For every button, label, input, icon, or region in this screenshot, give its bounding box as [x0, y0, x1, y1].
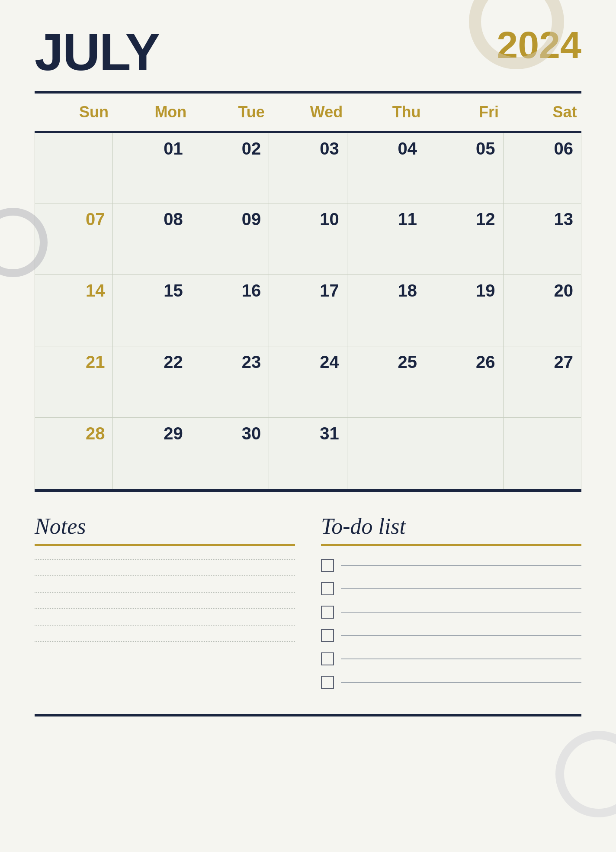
todo-item — [321, 629, 581, 642]
calendar-day — [425, 418, 503, 489]
calendar-day: 30 — [191, 418, 269, 489]
calendar-week-1: 010203040506 — [35, 132, 581, 203]
todo-line — [341, 682, 581, 683]
calendar-day: 24 — [269, 346, 347, 418]
calendar-day: 19 — [425, 275, 503, 346]
calendar-day: 16 — [191, 275, 269, 346]
todo-item — [321, 559, 581, 572]
notes-line — [35, 559, 295, 560]
todo-line — [341, 588, 581, 589]
todo-checkbox[interactable] — [321, 629, 334, 642]
calendar-day: 23 — [191, 346, 269, 418]
col-sun: Sun — [35, 94, 113, 132]
deco-circle-bottom-right — [555, 731, 616, 817]
todo-checkbox[interactable] — [321, 606, 334, 619]
calendar-day: 13 — [503, 203, 581, 275]
col-sat: Sat — [503, 94, 581, 132]
calendar-day: 22 — [113, 346, 191, 418]
todo-item — [321, 606, 581, 619]
calendar-day — [35, 132, 113, 203]
calendar-day: 06 — [503, 132, 581, 203]
notes-line — [35, 625, 295, 626]
calendar-day: 15 — [113, 275, 191, 346]
col-mon: Mon — [113, 94, 191, 132]
bottom-section: Notes To-do list — [35, 513, 581, 697]
calendar-day: 17 — [269, 275, 347, 346]
todo-line — [341, 612, 581, 613]
col-fri: Fri — [425, 94, 503, 132]
notes-line — [35, 641, 295, 642]
month-title: JULY — [35, 26, 159, 78]
calendar-day: 28 — [35, 418, 113, 489]
todo-checkbox[interactable] — [321, 559, 334, 572]
calendar-day: 14 — [35, 275, 113, 346]
calendar-week-3: 14151617181920 — [35, 275, 581, 346]
calendar-day: 08 — [113, 203, 191, 275]
calendar-day: 20 — [503, 275, 581, 346]
todo-item — [321, 676, 581, 689]
todo-line — [341, 565, 581, 566]
calendar-week-2: 07080910111213 — [35, 203, 581, 275]
todo-section: To-do list — [321, 513, 581, 697]
todo-items — [321, 559, 581, 697]
calendar-day: 29 — [113, 418, 191, 489]
notes-lines — [35, 559, 295, 658]
calendar-day: 04 — [347, 132, 425, 203]
calendar-day: 25 — [347, 346, 425, 418]
calendar-day: 05 — [425, 132, 503, 203]
notes-line — [35, 592, 295, 593]
col-thu: Thu — [347, 94, 425, 132]
calendar-week-4: 21222324252627 — [35, 346, 581, 418]
todo-line — [341, 635, 581, 636]
calendar-day — [347, 418, 425, 489]
todo-item — [321, 582, 581, 595]
calendar-day: 12 — [425, 203, 503, 275]
notes-line — [35, 575, 295, 576]
col-wed: Wed — [269, 94, 347, 132]
todo-checkbox[interactable] — [321, 676, 334, 689]
calendar-table: Sun Mon Tue Wed Thu Fri Sat 010203040506… — [35, 94, 581, 489]
calendar-week-5: 28293031 — [35, 418, 581, 489]
calendar-day: 11 — [347, 203, 425, 275]
col-tue: Tue — [191, 94, 269, 132]
todo-checkbox[interactable] — [321, 652, 334, 665]
calendar-day: 21 — [35, 346, 113, 418]
calendar-day: 31 — [269, 418, 347, 489]
todo-title: To-do list — [321, 513, 581, 539]
calendar-day: 10 — [269, 203, 347, 275]
calendar-header-row: Sun Mon Tue Wed Thu Fri Sat — [35, 94, 581, 132]
calendar-day: 18 — [347, 275, 425, 346]
notes-underline — [35, 544, 295, 546]
todo-checkbox[interactable] — [321, 582, 334, 595]
calendar-day: 09 — [191, 203, 269, 275]
calendar-day: 27 — [503, 346, 581, 418]
calendar-day: 01 — [113, 132, 191, 203]
calendar-day: 26 — [425, 346, 503, 418]
final-border — [35, 714, 581, 716]
todo-underline — [321, 544, 581, 546]
notes-line — [35, 608, 295, 609]
notes-title: Notes — [35, 513, 295, 539]
calendar-day: 03 — [269, 132, 347, 203]
todo-line — [341, 658, 581, 659]
calendar-day — [503, 418, 581, 489]
todo-item — [321, 652, 581, 665]
bottom-border — [35, 489, 581, 492]
page: JULY 2024 Sun Mon Tue Wed Thu Fri Sat 01… — [0, 0, 616, 852]
notes-section: Notes — [35, 513, 295, 697]
calendar-day: 02 — [191, 132, 269, 203]
